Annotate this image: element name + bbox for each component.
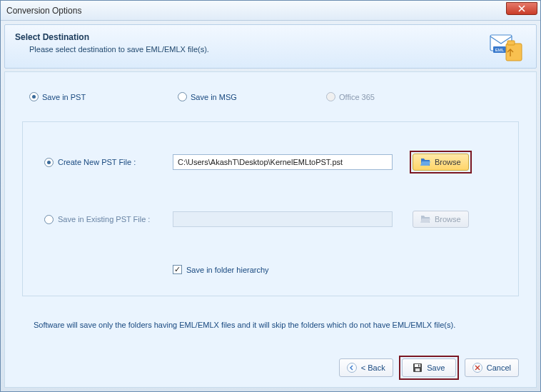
radio-icon (44, 158, 54, 167)
svg-rect-8 (418, 365, 420, 367)
checkbox-label: Save in folder hierarchy (186, 266, 269, 274)
content-area: Select Destination Please select destina… (1, 21, 540, 391)
browse-existing-pst-button: Browse (413, 211, 469, 228)
radio-create-new-pst[interactable]: Create New PST File : (44, 158, 166, 167)
button-label: Cancel (487, 363, 511, 372)
radio-icon (178, 92, 187, 101)
radio-label: Save in Existing PST File : (58, 215, 150, 223)
window-title: Conversion Options (6, 6, 81, 16)
existing-pst-path-input (173, 211, 393, 227)
save-button[interactable]: Save (402, 358, 456, 377)
header-panel: Select Destination Please select destina… (4, 24, 537, 69)
arrow-left-icon (347, 363, 357, 373)
body-panel: Save in PST Save in MSG Office 365 Creat… (4, 71, 537, 388)
browse-new-pst-button[interactable]: Browse (413, 154, 469, 171)
radio-save-pst[interactable]: Save in PST (29, 92, 178, 101)
folder-icon (420, 215, 430, 223)
note-text: Software will save only the folders havi… (34, 321, 519, 329)
titlebar: Conversion Options (1, 1, 540, 21)
button-label: Browse (435, 158, 461, 166)
svg-text:EML: EML (495, 48, 505, 52)
button-label: Browse (435, 215, 461, 223)
format-radio-group: Save in PST Save in MSG Office 365 (22, 92, 519, 101)
radio-save-msg[interactable]: Save in MSG (178, 92, 326, 101)
radio-office365[interactable]: Office 365 (326, 92, 475, 101)
radio-icon (44, 215, 54, 224)
checkbox-icon (173, 265, 182, 274)
checkbox-folder-hierarchy[interactable]: Save in folder hierarchy (173, 265, 502, 274)
back-button[interactable]: < Back (339, 358, 393, 377)
dialog-window: Conversion Options Select Destination Pl… (0, 0, 541, 392)
radio-icon (29, 92, 39, 101)
radio-label: Save in MSG (191, 93, 237, 101)
pst-options-group: Create New PST File : Browse (22, 121, 519, 296)
radio-existing-pst[interactable]: Save in Existing PST File : (44, 215, 166, 224)
folder-icon (420, 158, 430, 166)
button-bar: < Back Save (22, 344, 519, 380)
cancel-icon (472, 363, 482, 373)
close-icon (518, 5, 525, 12)
radio-label: Create New PST File : (58, 158, 136, 166)
svg-rect-4 (507, 41, 515, 45)
svg-rect-3 (506, 44, 522, 61)
svg-rect-7 (415, 368, 420, 371)
cancel-button[interactable]: Cancel (465, 358, 519, 377)
svg-rect-6 (415, 364, 420, 367)
radio-label: Save in PST (42, 93, 86, 101)
row-existing-pst: Save in Existing PST File : Browse (44, 208, 502, 231)
radio-icon (326, 92, 335, 101)
radio-label: Office 365 (339, 93, 375, 101)
button-label: < Back (361, 363, 385, 372)
button-label: Save (427, 363, 445, 372)
save-highlight: Save (399, 356, 459, 380)
header-eml-icon: EML (489, 32, 523, 64)
browse-highlight: Browse (410, 151, 472, 174)
header-desc: Please select destination to save EML/EM… (29, 45, 209, 54)
row-create-new-pst: Create New PST File : Browse (44, 151, 502, 174)
browse-wrap-disabled: Browse (410, 208, 472, 231)
header-title: Select Destination (15, 32, 209, 42)
close-button[interactable] (506, 2, 537, 15)
floppy-icon (413, 363, 423, 373)
new-pst-path-input[interactable] (173, 154, 393, 170)
